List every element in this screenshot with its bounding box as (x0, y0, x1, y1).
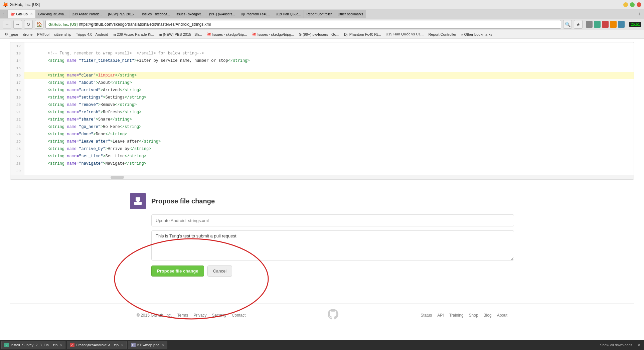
new-tab-button[interactable]: + (635, 11, 644, 17)
bookmark-239-label: 239 Anzac Parade Ki... (117, 32, 154, 36)
address-bar[interactable]: GitHub, Inc. [US] https://github.com/ske… (45, 20, 561, 29)
taskbar-item-crashlytics[interactable]: Z CrashlyticsAndroidSt....zip × (67, 341, 127, 349)
toolbar-icon-3[interactable] (602, 21, 609, 28)
taskbar-downloads[interactable]: Show all downloads... × (600, 343, 643, 347)
footer-link-api[interactable]: API (437, 313, 444, 318)
maximize-button[interactable] (630, 2, 635, 7)
tab-item-issues2[interactable]: Issues · skedgo/t... (173, 10, 206, 18)
bookmark-citizenship[interactable]: citizenship (52, 31, 73, 38)
code-line-26: 26 <string name="arrive_by">Arrive by</s… (10, 145, 634, 153)
bookmark-report[interactable]: Report Controller (427, 31, 459, 38)
tab-239-label: 239 Anzac Parade... (72, 12, 102, 16)
horizontal-scrollbar[interactable] (10, 175, 634, 179)
tab-item-u19[interactable]: U19 Hàn Quốc... (273, 10, 304, 18)
taskbar-close-bts[interactable]: × (162, 343, 164, 347)
bookmark-issues-2[interactable]: 🐙 Issues · skedgo/tripg... (250, 31, 296, 38)
footer-inner: © 2015 GitHub, Inc. Terms Privacy Securi… (130, 309, 514, 322)
tab-pw4-label: (99+) pw4users... (209, 12, 235, 16)
code-line-18: 18 <string name="arrived">Arrived</strin… (10, 86, 634, 94)
bookmark-other[interactable]: » Other bookmarks (459, 31, 494, 38)
tab-item-pw4[interactable]: (99+) pw4users... (206, 10, 238, 18)
tab-item-pes[interactable]: [NEW] PES 2015... (105, 10, 139, 18)
title-bar: 🦊 GitHub, Inc. [US] (0, 0, 644, 9)
line-content-12 (24, 42, 32, 50)
bookmark-drone[interactable]: drone (21, 31, 34, 38)
tab-item-dji[interactable]: Dji Phantom Fc40... (238, 10, 273, 18)
back-button[interactable]: ← (3, 20, 11, 29)
line-number-19: 19 (10, 94, 24, 101)
bookmark-issues-2-label: Issues · skedgo/tripg... (258, 32, 294, 36)
bookmark-pes[interactable]: m [NEW] PES 2015 - Sh... (157, 31, 204, 38)
tab-item-github[interactable]: 🐙 GitHub × (8, 10, 36, 18)
bookmarks-button[interactable]: ★ (574, 20, 583, 29)
line-number-12: 12 (10, 42, 24, 50)
footer-link-terms[interactable]: Terms (177, 313, 188, 318)
taskbar-item-bts[interactable]: P BTS-map.png × (128, 341, 167, 349)
minimize-button[interactable] (623, 2, 628, 7)
line-content-20: <string name="remove">Remove</string> (24, 101, 141, 109)
url-domain: github.com (91, 22, 113, 27)
bookmark-citizenship-label: citizenship (54, 32, 71, 36)
line-content-29 (24, 167, 32, 175)
footer-link-training[interactable]: Training (449, 313, 464, 318)
close-button[interactable] (637, 2, 641, 7)
tab-item-report[interactable]: Report Controller (304, 10, 335, 18)
code-line-27: 27 <string name="set_time">Set time</str… (10, 153, 634, 160)
tab-item-grokking[interactable]: Grokking RxJava... (36, 10, 69, 18)
tab-item-e[interactable]: e (0, 10, 8, 18)
bookmark-239[interactable]: m 239 Anzac Parade Ki... (111, 31, 156, 38)
window-title: GitHub, Inc. [US] (10, 2, 40, 7)
footer-link-privacy[interactable]: Privacy (193, 313, 206, 318)
footer-link-contact[interactable]: Contact (232, 313, 246, 318)
line-content-15 (24, 64, 32, 72)
footer-link-about[interactable]: About (497, 313, 507, 318)
footer-link-status[interactable]: Status (421, 313, 432, 318)
toolbar-icon-5[interactable] (618, 21, 625, 28)
cancel-button[interactable]: Cancel (207, 266, 232, 277)
footer-link-security[interactable]: Security (212, 313, 226, 318)
bookmark-issues-1-icon: 🐙 (207, 32, 211, 36)
tab-item-issues1[interactable]: Issues · skedgo/t... (139, 10, 173, 18)
commit-description-textarea[interactable]: This is Tung's test to submit a pull req… (151, 230, 514, 260)
bookmark-issues-1[interactable]: 🐙 Issues · skedgo/trip... (205, 31, 249, 38)
bookmark-gear[interactable]: ⚙ _gear (3, 31, 20, 38)
home-button[interactable]: 🏠 (35, 20, 43, 29)
bookmark-dji[interactable]: Dji Phantom Fc40 Rt... (342, 31, 383, 38)
tab-item-other[interactable]: Other bookmarks (335, 10, 366, 18)
bookmark-pw4[interactable]: G (99+) pw4users - Go... (297, 31, 341, 38)
scrollbar-thumb[interactable] (111, 176, 124, 179)
taskbar-item-install[interactable]: Z Install_Survey_2_3_Fin....zip × (1, 341, 65, 349)
forward-button[interactable]: → (13, 20, 22, 29)
bookmark-u19[interactable]: U19 Hàn Quốc vs U1... (384, 31, 426, 38)
commit-title-input[interactable] (151, 214, 514, 226)
code-line-19: 19 <string name="settings">Settings</str… (10, 94, 634, 101)
tab-item-239[interactable]: 239 Anzac Parade... (69, 10, 105, 18)
code-line-23: 23 <string name="go_here">Go Here</strin… (10, 123, 634, 131)
code-editor: 12 13 <!-- Tung, remember to wrap <small… (10, 42, 634, 180)
toolbar-icon-2[interactable] (594, 21, 601, 28)
taskbar-close-install[interactable]: × (60, 343, 62, 347)
taskbar-close-crashlytics[interactable]: × (121, 343, 123, 347)
propose-title: Propose file change (151, 197, 215, 205)
toolbar-icon-1[interactable] (586, 21, 593, 28)
tab-other-label: Other bookmarks (338, 12, 363, 16)
bookmark-u19-label: U19 Hàn Quốc vs U1... (386, 32, 424, 36)
taskbar-downloads-close-icon[interactable]: × (638, 343, 640, 347)
clock-display: 25:51 (629, 22, 641, 27)
tab-close-icon[interactable]: × (30, 12, 33, 16)
footer-link-blog[interactable]: Blog (484, 313, 492, 318)
propose-file-change-button[interactable]: Propose file change (151, 266, 204, 277)
footer-link-shop[interactable]: Shop (469, 313, 478, 318)
toolbar-icon-4[interactable] (610, 21, 617, 28)
line-number-18: 18 (10, 86, 24, 94)
bookmark-gear-icon: ⚙ (5, 32, 8, 36)
toolbar-icons (586, 21, 625, 28)
tab-u19-label: U19 Hàn Quốc... (276, 12, 301, 16)
bookmark-other-label: » Other bookmarks (461, 32, 492, 36)
search-button[interactable]: 🔍 (563, 20, 572, 29)
tab-issues1-label: Issues · skedgo/t... (142, 12, 170, 16)
bookmark-pmtool[interactable]: PMTool (35, 31, 51, 38)
content-scroll[interactable]: 12 13 <!-- Tung, remember to wrap <small… (0, 39, 644, 340)
bookmark-tripgo[interactable]: Tripgo 4.0 - Android (74, 31, 110, 38)
refresh-button[interactable]: ↻ (24, 20, 33, 29)
